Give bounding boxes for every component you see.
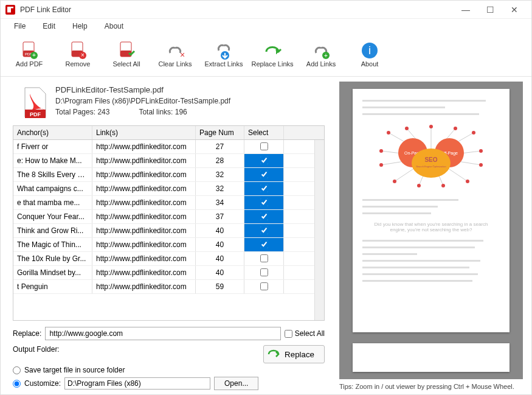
table-row[interactable]: The 10x Rule by Gr...http://www.pdflinke…	[13, 252, 324, 266]
svg-point-41	[393, 180, 396, 183]
row-checkbox[interactable]	[260, 142, 268, 150]
cell-page: 59	[196, 280, 244, 293]
table-row[interactable]: What campaigns c...http://www.pdflinkedi…	[13, 182, 324, 196]
svg-text:i: i	[368, 44, 371, 57]
remove-button[interactable]: × Remove	[55, 36, 100, 72]
menu-edit[interactable]: Edit	[34, 19, 64, 33]
table-row[interactable]: e: How to Make M...http://www.pdflinkedi…	[13, 154, 324, 168]
cell-anchor: The 10x Rule by Gr...	[13, 252, 92, 265]
total-pages: Total Pages: 243	[55, 108, 109, 116]
cell-select	[244, 154, 284, 167]
row-checkbox[interactable]	[260, 198, 268, 206]
about-button[interactable]: i About	[347, 36, 392, 72]
total-links: Total links: 196	[139, 108, 187, 116]
cell-link: http://www.pdflinkeditor.com	[92, 154, 196, 167]
extract-links-button[interactable]: Extract Links	[201, 36, 246, 72]
customize-radio[interactable]	[13, 380, 21, 388]
table-row[interactable]: Gorilla Mindset by...http://www.pdflinke…	[13, 266, 324, 280]
select-all-checkbox[interactable]	[285, 330, 292, 338]
cell-anchor: t Penguin	[13, 280, 92, 293]
table-row[interactable]: The Magic of Thin...http://www.pdflinked…	[13, 238, 324, 252]
table-row[interactable]: t Penguinhttp://www.pdflinkeditor.com59	[13, 280, 324, 294]
cell-anchor: Conquer Your Fear...	[13, 210, 92, 223]
preview-page-1: On-Page Off-Page SEOSearch Engine Optimi…	[353, 89, 510, 332]
cell-page: 27	[196, 140, 244, 153]
menu-about[interactable]: About	[96, 19, 132, 33]
cell-select	[244, 168, 284, 181]
table-row[interactable]: f Fiverr orhttp://www.pdflinkeditor.com2…	[13, 140, 324, 154]
svg-point-34	[429, 125, 433, 128]
open-button[interactable]: Open...	[214, 377, 258, 390]
close-button[interactable]: ✕	[502, 1, 527, 18]
table-row[interactable]: e that mamba me...http://www.pdflinkedit…	[13, 196, 324, 210]
select-all-label-bottom: Select All	[295, 329, 325, 338]
cell-link: http://www.pdflinkeditor.com	[92, 252, 196, 265]
table-row[interactable]: Think and Grow Ri...http://www.pdflinked…	[13, 224, 324, 238]
remove-label: Remove	[66, 60, 91, 68]
replace-links-button[interactable]: Replace Links	[250, 36, 295, 72]
select-all-label: Select All	[112, 60, 140, 68]
col-select[interactable]: Select	[244, 126, 284, 139]
scrollbar[interactable]	[314, 140, 324, 320]
preview-headline: Did you know that when you're searching …	[362, 219, 500, 235]
row-checkbox[interactable]	[260, 156, 268, 164]
save-source-radio[interactable]	[13, 366, 21, 374]
cell-select	[244, 224, 284, 237]
cell-page: 28	[196, 154, 244, 167]
svg-point-32	[387, 131, 390, 135]
cell-select	[244, 210, 284, 223]
customize-label: Customize:	[24, 379, 61, 388]
svg-text:SEO: SEO	[424, 156, 437, 163]
svg-text:+: +	[324, 52, 328, 59]
cell-page: 37	[196, 210, 244, 223]
cell-link: http://www.pdflinkeditor.com	[92, 224, 196, 237]
row-checkbox[interactable]	[260, 226, 268, 234]
file-path: D:\Program Files (x86)\PDFLinkEditor-Tes…	[55, 97, 325, 105]
cell-link: http://www.pdflinkeditor.com	[92, 266, 196, 279]
cell-link: http://www.pdflinkeditor.com	[92, 196, 196, 209]
table-row[interactable]: Conquer Your Fear...http://www.pdflinked…	[13, 210, 324, 224]
clear-links-button[interactable]: × Clear Links	[153, 36, 198, 72]
row-checkbox[interactable]	[260, 254, 268, 262]
col-pagenum[interactable]: Page Num	[196, 126, 244, 139]
cell-select	[244, 252, 284, 265]
replace-arrow-icon	[266, 348, 281, 360]
svg-point-43	[441, 184, 445, 187]
row-checkbox[interactable]	[260, 282, 268, 290]
minimize-button[interactable]: —	[454, 1, 478, 18]
svg-text:PDF: PDF	[30, 111, 41, 117]
menu-help[interactable]: Help	[64, 19, 96, 33]
row-checkbox[interactable]	[260, 170, 268, 178]
add-pdf-button[interactable]: PDF+ Add PDF	[7, 36, 52, 72]
cell-anchor: Gorilla Mindset by...	[13, 266, 92, 279]
maximize-button[interactable]: ☐	[478, 1, 502, 18]
pdf-preview[interactable]: On-Page Off-Page SEOSearch Engine Optimi…	[339, 82, 523, 379]
cell-anchor: f Fiverr or	[13, 140, 92, 153]
row-checkbox[interactable]	[260, 184, 268, 192]
app-icon	[5, 5, 15, 15]
cell-anchor: What campaigns c...	[13, 182, 92, 195]
svg-text:×: ×	[81, 52, 85, 58]
replace-input[interactable]	[45, 327, 280, 340]
cell-page: 40	[196, 238, 244, 251]
select-all-button[interactable]: Select All	[104, 36, 149, 72]
output-folder-label: Output Folder:	[13, 345, 60, 354]
customize-path-input[interactable]	[64, 377, 210, 390]
cell-page: 40	[196, 224, 244, 237]
col-link[interactable]: Link(s)	[92, 126, 196, 139]
row-checkbox[interactable]	[260, 268, 268, 276]
menu-file[interactable]: File	[5, 19, 34, 33]
svg-text:×: ×	[180, 50, 185, 60]
svg-point-38	[479, 149, 483, 153]
remove-icon: ×	[68, 41, 88, 60]
cell-select	[244, 280, 284, 293]
pdf-file-icon: PDF	[13, 85, 55, 119]
row-checkbox[interactable]	[260, 240, 268, 248]
row-checkbox[interactable]	[260, 212, 268, 220]
replace-button[interactable]: Replace	[263, 345, 325, 363]
table-row[interactable]: The 8 Skills Every S...http://www.pdflin…	[13, 168, 324, 182]
svg-point-35	[454, 127, 457, 130]
add-links-button[interactable]: + Add Links	[299, 36, 344, 72]
cell-select	[244, 196, 284, 209]
col-anchor[interactable]: Anchor(s)	[13, 126, 92, 139]
